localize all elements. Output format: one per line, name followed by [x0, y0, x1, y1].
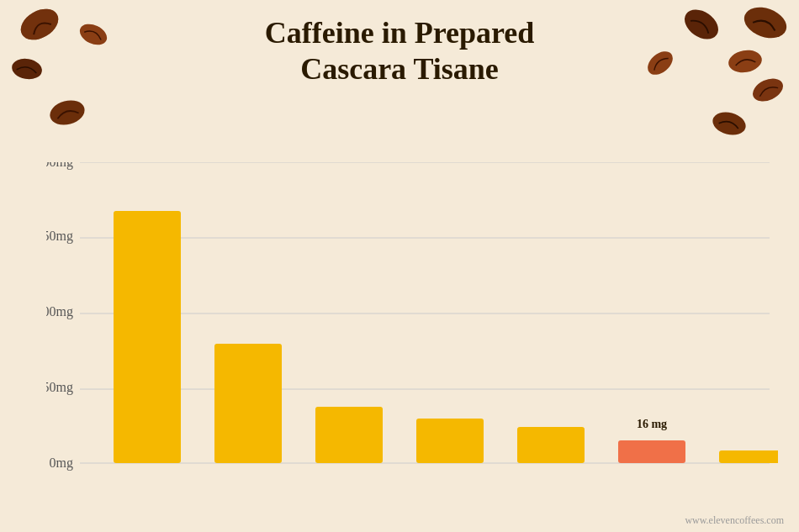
svg-text:100mg: 100mg	[46, 304, 73, 319]
svg-point-9	[710, 109, 748, 139]
svg-rect-31	[517, 427, 585, 463]
svg-rect-26	[315, 407, 383, 463]
svg-point-3	[47, 97, 87, 129]
svg-point-2	[10, 56, 44, 82]
website-url: www.elevencoffees.com	[685, 514, 784, 527]
svg-rect-29	[416, 419, 484, 463]
svg-point-1	[17, 7, 63, 42]
svg-rect-38	[719, 450, 778, 463]
svg-rect-34	[618, 440, 685, 463]
svg-point-6	[727, 48, 764, 76]
bar-chart: 0mg 50mg 100mg 150mg 200mg Espresso Turk…	[46, 162, 778, 490]
svg-text:150mg: 150mg	[46, 229, 73, 244]
svg-rect-23	[214, 344, 282, 463]
chart-container: Caffeine in Prepared Cascara Tisane 0mg …	[0, 0, 799, 532]
svg-point-8	[749, 76, 786, 104]
title-line1: Caffeine in Prepared	[265, 15, 535, 51]
svg-text:0mg: 0mg	[50, 456, 73, 471]
svg-text:50mg: 50mg	[46, 380, 73, 395]
svg-rect-21	[114, 211, 181, 463]
title-line2: Cascara Tisane	[265, 51, 535, 87]
svg-point-4	[77, 21, 110, 48]
svg-point-10	[643, 50, 677, 76]
svg-text:200mg: 200mg	[46, 162, 73, 170]
svg-point-0	[17, 7, 63, 42]
svg-point-7	[680, 8, 723, 41]
chart-title: Caffeine in Prepared Cascara Tisane	[265, 15, 535, 87]
svg-point-5	[740, 4, 791, 42]
svg-text:16 mg: 16 mg	[637, 418, 667, 430]
